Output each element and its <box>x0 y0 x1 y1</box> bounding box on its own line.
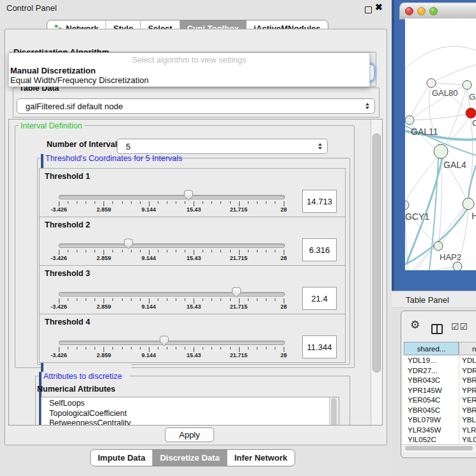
tick-mark <box>122 250 123 252</box>
tab-impute-data[interactable]: Impute Data <box>91 450 152 466</box>
network-graph: GAL80GACGAL11GAL4GCY1HHAP2 <box>405 19 476 270</box>
tick-mark <box>95 201 95 204</box>
column-header-n[interactable]: n <box>459 342 476 355</box>
table-row[interactable]: YER054CYER0 <box>403 395 476 406</box>
tick-mark <box>230 347 231 349</box>
close-traffic-light[interactable] <box>405 7 413 15</box>
network-node[interactable] <box>434 144 448 158</box>
tick-mark <box>104 250 104 255</box>
network-canvas[interactable]: GAL80GACGAL11GAL4GCY1HHAP2 <box>405 19 476 270</box>
table-row[interactable]: YBL079WYBL0 <box>403 415 476 426</box>
cell-shared-name: YDR27... <box>408 366 438 376</box>
tick-mark <box>176 201 176 204</box>
tick-mark <box>140 250 141 252</box>
tick-mark <box>194 347 194 352</box>
attribute-item-selfloops[interactable]: SelfLoops <box>42 399 339 409</box>
split-columns-icon[interactable] <box>431 324 443 334</box>
algorithm-dropdown-popup: Select algorithm to view settings Manual… <box>8 52 370 87</box>
column-separator <box>459 356 459 444</box>
axis-tick-label: 21.715 <box>217 206 261 213</box>
table-row[interactable]: YIL052CYIL0 <box>403 435 476 444</box>
numerical-attributes-list: SelfLoopsTopologicalCoefficientBetweenne… <box>41 397 339 426</box>
threshold-slider-thumb[interactable] <box>123 238 134 252</box>
minimize-traffic-light[interactable] <box>417 7 426 15</box>
axis-tick-label: 9.144 <box>127 303 171 310</box>
axis-tick-label: 2.859 <box>81 206 126 213</box>
attribute-item-betweennesscentrality[interactable]: BetweennessCentrality <box>42 418 339 426</box>
threshold-value-field[interactable]: 11.344 <box>302 335 337 358</box>
apply-button[interactable]: Apply <box>165 427 214 442</box>
tick-mark <box>203 347 203 349</box>
tab-infer-network[interactable]: Infer Network <box>227 450 295 466</box>
network-node[interactable] <box>434 242 443 250</box>
table-rows: YDL19...YDL1YDR27...YDR2YBR043CYBR0YPR14… <box>403 356 476 444</box>
tick-mark <box>131 250 132 252</box>
tick-mark <box>86 347 86 349</box>
tick-mark <box>112 347 113 349</box>
tick-mark <box>149 347 150 352</box>
tab-discretize-data[interactable]: Discretize Data <box>152 450 226 466</box>
network-node[interactable] <box>427 79 436 88</box>
tick-mark <box>68 201 68 204</box>
threshold-value-field[interactable]: 21.4 <box>302 287 337 310</box>
zoom-traffic-light[interactable] <box>429 7 438 15</box>
node-label: GAL80 <box>432 88 457 98</box>
network-node[interactable] <box>453 262 462 270</box>
column-header-shared-[interactable]: shared... <box>404 342 459 355</box>
threshold-value-field[interactable]: 6.316 <box>302 238 337 261</box>
gear-icon[interactable]: ⚙ <box>410 319 420 330</box>
cell-name: YBR0 <box>462 406 476 416</box>
threshold-slider-track[interactable] <box>59 243 285 248</box>
cell-shared-name: YBR045C <box>408 406 440 416</box>
network-node[interactable] <box>466 108 476 118</box>
tick-mark <box>248 347 249 349</box>
cell-shared-name: YPR145W <box>408 386 442 396</box>
network-window-titlebar[interactable] <box>399 3 476 20</box>
list-scrollbar[interactable] <box>329 397 339 426</box>
table-row[interactable]: YBR043CYBR0 <box>403 376 476 386</box>
threshold-slider-track[interactable] <box>59 292 285 296</box>
table-row[interactable]: YLR345WYLR3 <box>403 426 476 436</box>
threshold-slider-track[interactable] <box>59 195 285 199</box>
tick-mark <box>158 347 158 349</box>
number-of-intervals-label: Number of Intervals <box>47 140 121 149</box>
network-node[interactable] <box>463 81 472 89</box>
combo-stepper-icon <box>365 102 369 110</box>
tick-mark <box>248 250 249 252</box>
table-row[interactable]: YPR145WYPR1 <box>403 386 476 396</box>
algorithm-option-manual-discretization[interactable]: Manual Discretization <box>10 66 96 75</box>
select-columns-checkbox-icons[interactable]: ☑☑ <box>451 321 468 332</box>
threshold-slider-thumb[interactable] <box>159 335 169 349</box>
tick-mark <box>167 201 167 204</box>
tick-mark <box>203 298 203 301</box>
algorithm-option-equal-width-frequency-discretization[interactable]: Equal Width/Frequency Discretization <box>10 75 149 85</box>
axis-tick-label: 21.715 <box>217 303 261 310</box>
threshold-slider-thumb[interactable] <box>231 287 242 301</box>
table-row[interactable]: YBR045CYBR0 <box>403 406 476 416</box>
table-row[interactable]: YDL19...YDL1 <box>403 356 476 366</box>
network-node[interactable] <box>405 116 414 125</box>
bottom-tab-bar: Impute DataDiscretize DataInfer Network <box>90 449 295 466</box>
cell-shared-name: YER054C <box>408 395 440 406</box>
control-panel-window: Control Panel ✖ NetworkStyleSelectCyni T… <box>0 0 392 476</box>
threshold-slider-track[interactable] <box>59 341 285 345</box>
threshold-value-field[interactable]: 14.713 <box>302 190 337 213</box>
attribute-item-topologicalcoefficient[interactable]: TopologicalCoefficient <box>42 409 339 419</box>
panel-scrollbar-thumb[interactable] <box>372 134 381 372</box>
tick-mark <box>112 201 113 204</box>
tick-mark <box>257 250 257 252</box>
tick-mark <box>68 347 68 349</box>
float-window-icon[interactable] <box>365 6 372 13</box>
number-of-intervals-spinner[interactable]: 5 <box>117 139 328 154</box>
table-data-combobox[interactable]: galFiltered.sif default node <box>17 98 375 114</box>
table-row[interactable]: YDR27...YDR2 <box>403 366 476 376</box>
cell-name: YER0 <box>462 395 476 406</box>
tick-mark <box>211 201 212 204</box>
cell-shared-name: YDL19... <box>408 356 436 366</box>
network-node[interactable] <box>405 201 409 210</box>
table-hscrollbar[interactable] <box>403 444 476 452</box>
close-icon[interactable]: ✖ <box>375 2 383 12</box>
node-label: GA <box>469 92 476 102</box>
network-node[interactable] <box>463 198 474 210</box>
tick-mark <box>149 298 150 303</box>
